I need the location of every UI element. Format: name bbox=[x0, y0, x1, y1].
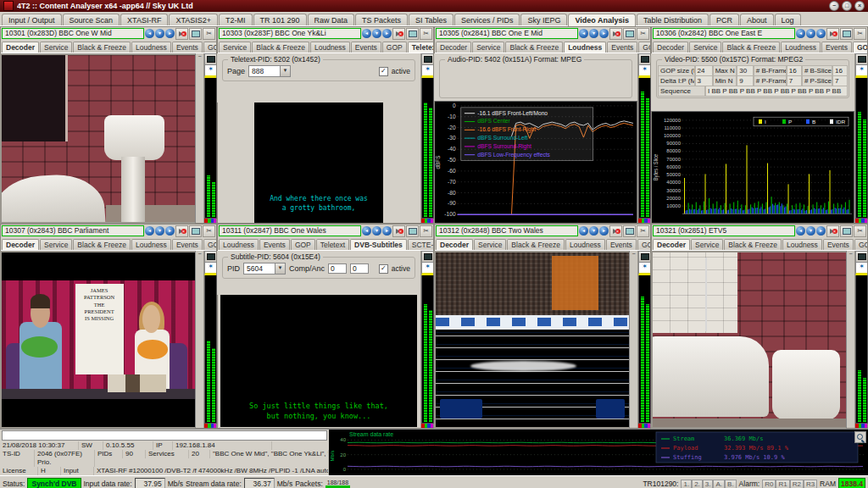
menu-tab-log[interactable]: Log bbox=[775, 14, 801, 25]
panel-tab-service[interactable]: Service bbox=[691, 239, 723, 250]
snowflake-toggle-icon[interactable]: ✶ bbox=[855, 263, 868, 275]
display-icon[interactable] bbox=[623, 225, 636, 237]
alarm-button-r0[interactable]: R0 bbox=[762, 480, 776, 488]
panel-tab-events[interactable]: Events bbox=[259, 239, 290, 250]
display-icon[interactable] bbox=[840, 225, 853, 237]
audio-mute-icon[interactable]: × bbox=[826, 28, 839, 40]
panel-tab-decoder[interactable]: Decoder bbox=[2, 239, 39, 250]
panel-tab-gop[interactable]: GOP bbox=[291, 239, 315, 250]
panel-tab-service[interactable]: Service bbox=[40, 42, 72, 53]
panel-tab-decoder[interactable]: Decoder bbox=[2, 42, 39, 53]
display-icon[interactable] bbox=[189, 225, 202, 237]
video-scrollbar[interactable]: − bbox=[629, 251, 637, 429]
nav-stop-button[interactable]: ▾ bbox=[155, 29, 164, 38]
panel-tab-loudness[interactable]: Loudness bbox=[131, 42, 171, 53]
menu-tab-xtasi-rf[interactable]: XTASI-RF bbox=[120, 14, 168, 25]
panel-tab-gop[interactable]: GOP bbox=[638, 42, 651, 53]
panel-tab-teletext[interactable]: Teletext bbox=[316, 239, 349, 250]
nav-prev-button[interactable]: ◂ bbox=[362, 226, 371, 236]
panel-tab-dvb-subtitles[interactable]: DVB-Subtitles bbox=[350, 239, 407, 250]
audio-mute-icon[interactable]: × bbox=[175, 225, 188, 237]
close-button[interactable]: × bbox=[854, 1, 865, 11]
alarm-button-r2[interactable]: R2 bbox=[790, 480, 804, 488]
alarm-button-r1[interactable]: R1 bbox=[776, 480, 789, 488]
nav-stop-button[interactable]: ▾ bbox=[589, 29, 598, 38]
minimize-button[interactable]: − bbox=[829, 1, 839, 11]
panel-tab-service[interactable]: Service bbox=[472, 42, 504, 53]
nav-prev-button[interactable]: ◂ bbox=[579, 29, 588, 38]
snowflake-toggle-icon[interactable]: ✶ bbox=[638, 65, 651, 78]
panel-tab-loudness[interactable]: Loudness bbox=[564, 42, 606, 53]
nav-prev-button[interactable]: ◂ bbox=[579, 226, 588, 236]
video-scrollbar[interactable]: − bbox=[195, 251, 203, 429]
collapse-icon[interactable]: − bbox=[198, 53, 201, 59]
panel-tab-gop[interactable]: GOP bbox=[854, 239, 868, 250]
panel-tab-decoder[interactable]: Decoder bbox=[653, 239, 690, 250]
panel-tab-gop[interactable]: GOP bbox=[203, 42, 217, 53]
panel-tab-black-freeze[interactable]: Black & Freeze bbox=[507, 239, 565, 250]
restore-button[interactable]: □ bbox=[842, 1, 852, 11]
menu-tab-raw-data[interactable]: Raw Data bbox=[308, 14, 355, 25]
menu-tab-pcr[interactable]: PCR bbox=[709, 14, 739, 25]
menu-tab-sky-iepg[interactable]: Sky IEPG bbox=[520, 14, 567, 25]
panel-tab-events[interactable]: Events bbox=[606, 239, 637, 250]
display-icon[interactable] bbox=[840, 28, 853, 40]
nav-stop-button[interactable]: ▾ bbox=[372, 29, 381, 38]
panel-tab-gop[interactable]: GOP bbox=[853, 42, 868, 53]
panel-tab-loudness[interactable]: Loudness bbox=[219, 239, 259, 250]
display-toggle-icon[interactable] bbox=[638, 251, 651, 263]
display-icon[interactable] bbox=[406, 225, 419, 237]
scissors-icon[interactable]: ✂ bbox=[203, 28, 215, 40]
nav-next-button[interactable]: ▸ bbox=[382, 29, 392, 38]
panel-tab-teletext[interactable]: Teletext bbox=[408, 42, 434, 53]
pid-select[interactable]: 5604▼ bbox=[243, 263, 286, 274]
snowflake-toggle-icon[interactable]: ✶ bbox=[855, 65, 868, 78]
nav-next-button[interactable]: ▸ bbox=[165, 29, 175, 38]
snowflake-toggle-icon[interactable]: ✶ bbox=[638, 263, 651, 275]
nav-next-button[interactable]: ▸ bbox=[165, 226, 175, 236]
nav-stop-button[interactable]: ▾ bbox=[372, 226, 381, 236]
audio-mute-icon[interactable]: × bbox=[392, 225, 405, 237]
display-toggle-icon[interactable] bbox=[204, 251, 217, 263]
nav-next-button[interactable]: ▸ bbox=[816, 29, 826, 38]
nav-next-button[interactable]: ▸ bbox=[599, 29, 609, 38]
collapse-icon[interactable]: − bbox=[632, 251, 635, 257]
panel-tab-events[interactable]: Events bbox=[351, 42, 381, 53]
menu-tab-source-scan[interactable]: Source Scan bbox=[63, 14, 120, 25]
menu-tab-input-output[interactable]: Input / Output bbox=[2, 14, 62, 25]
collapse-icon[interactable]: − bbox=[198, 251, 201, 257]
display-toggle-icon[interactable] bbox=[421, 53, 434, 65]
panel-tab-loudness[interactable]: Loudness bbox=[782, 239, 822, 250]
menu-tab-services-pids[interactable]: Services / PIDs bbox=[454, 14, 520, 25]
scissors-icon[interactable]: ✂ bbox=[420, 28, 432, 40]
audio-mute-icon[interactable]: × bbox=[609, 225, 622, 237]
nav-next-button[interactable]: ▸ bbox=[816, 226, 826, 236]
scissors-icon[interactable]: ✂ bbox=[420, 225, 432, 237]
panel-tab-decoder[interactable]: Decoder bbox=[436, 42, 471, 53]
display-toggle-icon[interactable] bbox=[855, 53, 868, 65]
panel-tab-black-freeze[interactable]: Black & Freeze bbox=[722, 42, 780, 53]
panel-tab-service[interactable]: Service bbox=[689, 42, 721, 53]
panel-tab-events[interactable]: Events bbox=[172, 239, 203, 250]
nav-stop-button[interactable]: ▾ bbox=[806, 29, 815, 38]
scissors-icon[interactable]: ✂ bbox=[637, 28, 649, 40]
comp-anc-field[interactable]: 0 bbox=[350, 263, 369, 274]
panel-tab-events[interactable]: Events bbox=[821, 42, 852, 53]
panel-tab-black-freeze[interactable]: Black & Freeze bbox=[73, 239, 131, 250]
panel-tab-loudness[interactable]: Loudness bbox=[310, 42, 350, 53]
snowflake-toggle-icon[interactable]: ✶ bbox=[204, 65, 217, 78]
scissors-icon[interactable]: ✂ bbox=[203, 225, 215, 237]
tr101290-button-2[interactable]: 2. bbox=[692, 480, 703, 488]
audio-mute-icon[interactable]: × bbox=[609, 28, 622, 40]
panel-tab-black-freeze[interactable]: Black & Freeze bbox=[73, 42, 131, 53]
nav-prev-button[interactable]: ◂ bbox=[796, 226, 805, 236]
menu-tab-about[interactable]: About bbox=[740, 14, 774, 25]
panel-tab-gop[interactable]: GOP bbox=[203, 239, 217, 250]
video-scrollbar[interactable]: − bbox=[195, 53, 203, 224]
panel-tab-service[interactable]: Service bbox=[40, 239, 72, 250]
snowflake-toggle-icon[interactable]: ✶ bbox=[421, 65, 434, 78]
snowflake-toggle-icon[interactable]: ✶ bbox=[204, 263, 217, 275]
alarm-button-r3[interactable]: R3 bbox=[804, 480, 817, 488]
video-scrollbar[interactable]: − bbox=[846, 251, 854, 429]
menu-tab-si-tables[interactable]: SI Tables bbox=[409, 14, 453, 25]
